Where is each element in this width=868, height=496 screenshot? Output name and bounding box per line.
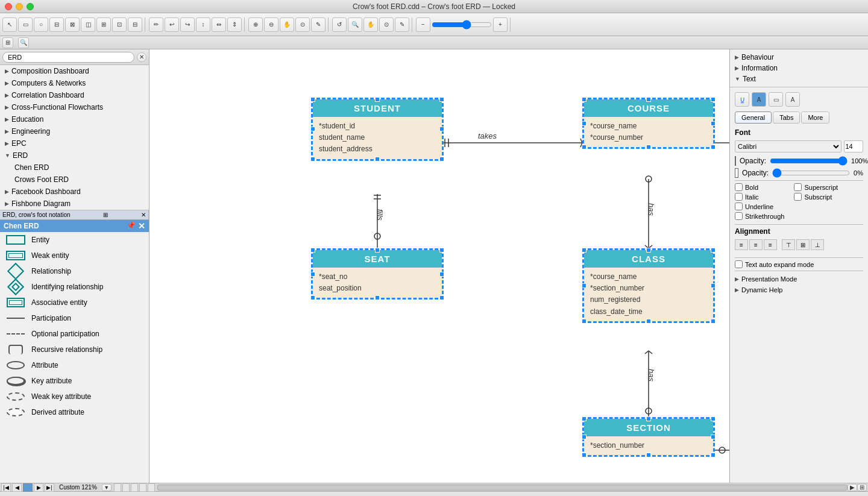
page-prev-button[interactable]: |◀ <box>1 483 11 492</box>
sidebar-item-crowsfoot[interactable]: Crows Foot ERD <box>0 174 149 186</box>
handle-br[interactable] <box>711 145 715 149</box>
text-color-swatch[interactable] <box>735 156 736 166</box>
handle-tm[interactable] <box>375 248 380 253</box>
align-middle-button[interactable]: ⊞ <box>796 239 810 250</box>
handle-tl[interactable] <box>310 97 315 102</box>
zoom-out-btn[interactable]: 🔍 <box>348 17 362 32</box>
shape-attribute[interactable]: Attribute <box>0 357 149 373</box>
align-center-button[interactable]: ≡ <box>749 239 763 250</box>
draw-tool6[interactable]: ⇕ <box>227 17 242 32</box>
refresh-btn[interactable]: ↺ <box>332 17 347 32</box>
text-highlight-icon[interactable]: A <box>752 92 766 107</box>
page-next-button[interactable]: ▶| <box>45 483 54 492</box>
sidebar-item-engineering[interactable]: ▶ Engineering <box>0 125 149 137</box>
handle-tm[interactable] <box>646 97 651 102</box>
sidebar-item-education[interactable]: ▶ Education <box>0 113 149 125</box>
page-size-5[interactable] <box>148 483 155 492</box>
tree-item-behaviour[interactable]: ▶ Behaviour <box>732 52 866 63</box>
page-size-4[interactable] <box>139 483 146 492</box>
italic-checkbox[interactable] <box>735 193 743 201</box>
shape-weak-entity[interactable]: Weak entity <box>0 248 149 263</box>
scroll-right-button[interactable]: ▶ <box>848 484 857 491</box>
align-left-button[interactable]: ≡ <box>735 239 748 250</box>
page-forward-button[interactable]: ▶ <box>34 483 43 492</box>
shape-recursive[interactable]: Recursive relationship <box>0 342 149 357</box>
handle-bl[interactable] <box>310 295 315 300</box>
draw-tool2[interactable]: ↩ <box>165 17 179 32</box>
handle-bl[interactable] <box>582 145 587 149</box>
bg-opacity-slider[interactable] <box>772 169 850 177</box>
handle-bl[interactable] <box>582 319 587 324</box>
subscript-checkbox[interactable] <box>794 193 802 201</box>
print-btn[interactable]: ⊙ <box>379 17 394 32</box>
canvas-area[interactable]: takes fills has has teaches tea... STUDE… <box>149 49 729 483</box>
bg-color-swatch[interactable] <box>735 168 738 178</box>
horizontal-scrollbar[interactable]: |◀ ◀ ▶ ▶| Custom 121% ▼ ▶ ⊞ <box>0 483 868 491</box>
tab-more[interactable]: More <box>801 111 829 124</box>
draw-tool5[interactable]: ⇔ <box>212 17 226 32</box>
page-size-2[interactable] <box>122 483 130 492</box>
select-tool[interactable]: ↖ <box>2 17 17 32</box>
sidebar-item-crossfunc[interactable]: ▶ Cross-Functional Flowcharts <box>0 101 149 113</box>
handle-ml[interactable] <box>582 121 587 126</box>
page-size-3[interactable] <box>131 483 138 492</box>
more-tool2[interactable]: ◫ <box>81 17 95 32</box>
handle-tm[interactable] <box>646 248 651 253</box>
zoom-plus[interactable]: + <box>493 17 508 32</box>
nav-tool5[interactable]: ✎ <box>311 17 326 32</box>
handle-mr[interactable] <box>439 127 444 131</box>
presentation-mode-item[interactable]: ▶ Presentation Mode <box>735 274 863 284</box>
shape-id-relationship[interactable]: Identifying relationship <box>0 279 149 295</box>
tree-item-information[interactable]: ▶ Information <box>732 63 866 74</box>
hand-btn[interactable]: ✋ <box>363 17 378 32</box>
minimize-button[interactable] <box>16 3 23 10</box>
more-tool3[interactable]: ⊞ <box>96 17 111 32</box>
handle-bm[interactable] <box>646 145 651 149</box>
resize-button[interactable]: ⊞ <box>857 484 867 491</box>
align-top-button[interactable]: ⊤ <box>782 239 795 250</box>
sidebar-item-fishbone[interactable]: ▶ Fishbone Diagram <box>0 198 149 210</box>
handle-br[interactable] <box>439 157 444 162</box>
grid-toggle[interactable]: ⊞ <box>2 37 13 48</box>
tab-close-icon[interactable]: ✕ <box>141 212 146 218</box>
sidebar-item-chen[interactable]: Chen ERD <box>0 162 149 174</box>
shape-entity[interactable]: Entity <box>0 232 149 248</box>
handle-tr[interactable] <box>439 248 444 253</box>
text-opacity-slider[interactable] <box>770 157 848 165</box>
pin-icon[interactable]: 📌 <box>127 221 136 231</box>
nav-tool1[interactable]: ⊕ <box>248 17 263 32</box>
entity-seat[interactable]: SEAT *seat_noseat_position <box>311 248 444 300</box>
shape-relationship[interactable]: Relationship <box>0 263 149 279</box>
handle-tm[interactable] <box>375 97 380 102</box>
sidebar-item-composition[interactable]: ▶ Composition Dashboard <box>0 65 149 77</box>
handle-bm[interactable] <box>375 157 380 162</box>
handle-tr[interactable] <box>711 248 715 253</box>
handle-tl[interactable] <box>310 248 315 253</box>
text-format-icon[interactable]: A <box>785 92 800 107</box>
sidebar-item-epc[interactable]: ▶ EPC <box>0 137 149 149</box>
handle-tm[interactable] <box>646 416 651 421</box>
page-size-1[interactable] <box>114 483 121 492</box>
close-panel-button[interactable]: ✕ <box>138 221 145 231</box>
handle-mr[interactable] <box>711 283 715 288</box>
handle-ml[interactable] <box>310 127 315 131</box>
handle-mr[interactable] <box>711 121 715 126</box>
align-right-button[interactable]: ≡ <box>764 239 777 250</box>
line-tool[interactable]: ⊟ <box>49 17 64 32</box>
nav-tool3[interactable]: ✋ <box>280 17 294 32</box>
canvas[interactable]: takes fills has has teaches tea... STUDE… <box>149 49 729 483</box>
tab-tabs[interactable]: Tabs <box>773 111 800 124</box>
sidebar-item-correlation[interactable]: ▶ Correlation Dashboard <box>0 89 149 101</box>
zoom-minus[interactable]: − <box>416 17 430 32</box>
shape-weak-key[interactable]: Weak key attribute <box>0 389 149 404</box>
more-tool1[interactable]: ⊠ <box>65 17 80 32</box>
handle-bm[interactable] <box>646 319 651 324</box>
text-auto-expand-checkbox[interactable] <box>735 260 743 268</box>
bold-checkbox[interactable] <box>735 183 743 191</box>
shape-key-attribute[interactable]: Key attribute <box>0 373 149 389</box>
text-box-icon[interactable]: ▭ <box>769 92 783 107</box>
shape-assoc-entity[interactable]: Associative entity <box>0 295 149 310</box>
maximize-button[interactable] <box>27 3 34 10</box>
draw-tool4[interactable]: ↕ <box>196 17 210 32</box>
font-size-input[interactable] <box>844 140 863 152</box>
